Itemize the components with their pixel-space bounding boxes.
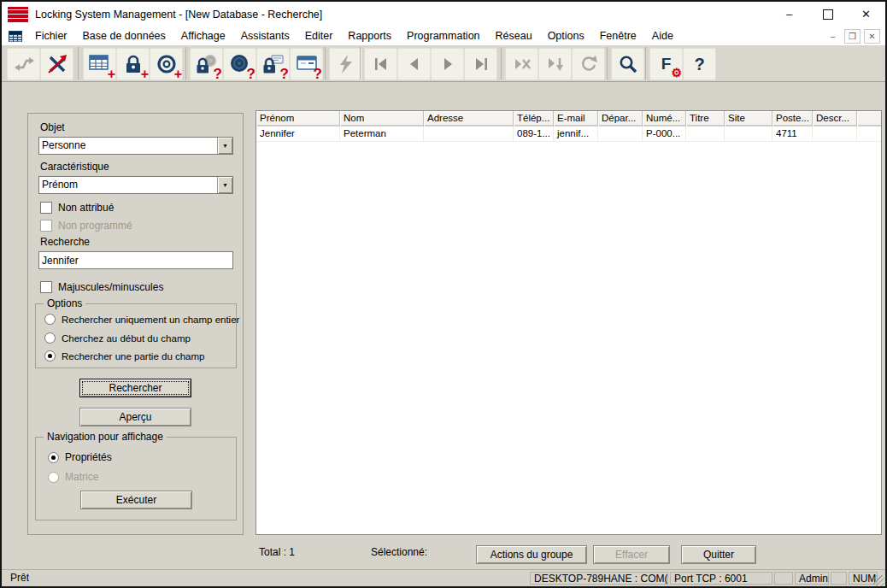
column-header-titre[interactable]: Titre: [686, 111, 725, 126]
mdi-close-button[interactable]: ✕: [864, 29, 880, 44]
menu-assistants[interactable]: Assistants: [233, 26, 297, 45]
case-sensitive-checkbox[interactable]: [40, 281, 52, 293]
mdi-minimize-button[interactable]: –: [825, 29, 841, 44]
rechercher-button[interactable]: Rechercher: [79, 379, 191, 397]
column-header-poste[interactable]: Poste...: [772, 111, 813, 126]
cell-departement[interactable]: [598, 126, 643, 141]
menu-programmation[interactable]: Programmation: [399, 26, 487, 45]
chevron-down-icon[interactable]: ▼: [217, 138, 232, 154]
radio-full-field[interactable]: [44, 314, 56, 325]
menu-base-de-donnees[interactable]: Base de données: [75, 26, 173, 45]
object-dropdown[interactable]: Personne ▼: [38, 137, 233, 155]
next-mismatch-button[interactable]: [505, 48, 538, 80]
read-transponder-button[interactable]: ?: [223, 48, 256, 80]
read-lock-card-button[interactable]: ?: [256, 48, 290, 80]
previous-record-button[interactable]: [397, 48, 431, 80]
status-user: Admin: [795, 572, 829, 585]
gear-icon: ⚙: [671, 66, 682, 79]
minimize-button[interactable]: –: [770, 2, 808, 26]
cell-titre[interactable]: [686, 126, 725, 141]
radio-start-field-row[interactable]: Cherchez au début du champ: [44, 332, 191, 344]
sync-button[interactable]: [7, 48, 40, 80]
radio-part-field[interactable]: [44, 350, 56, 362]
first-record-button[interactable]: [364, 48, 397, 80]
radio-start-field[interactable]: [44, 332, 56, 344]
cell-email[interactable]: jennif...: [554, 126, 598, 141]
column-header-adresse[interactable]: Adresse: [424, 111, 514, 126]
menu-rapports[interactable]: Rapports: [340, 26, 399, 45]
cell-poste[interactable]: 4711: [772, 126, 813, 141]
radio-full-field-row[interactable]: Rechercher uniquement un champ entier: [44, 314, 239, 325]
menu-options[interactable]: Options: [540, 26, 592, 45]
quit-button[interactable]: Quitter: [681, 545, 756, 564]
radio-properties-row[interactable]: Propriétés: [48, 451, 112, 463]
question-icon: ?: [214, 68, 222, 81]
column-header-numero[interactable]: Numé...: [643, 111, 686, 126]
chevron-down-icon[interactable]: ▼: [217, 177, 232, 193]
menu-aide[interactable]: Aide: [644, 26, 681, 45]
last-record-button[interactable]: [464, 48, 497, 80]
cell-nom[interactable]: Peterman: [340, 126, 424, 141]
filter-settings-button[interactable]: F ⚙: [649, 48, 683, 80]
radio-properties[interactable]: [48, 452, 59, 463]
search-input[interactable]: [38, 251, 233, 269]
cell-adresse[interactable]: [424, 126, 514, 141]
new-transponder-button[interactable]: +: [150, 48, 183, 80]
executer-button[interactable]: Exécuter: [80, 491, 192, 509]
column-header-description[interactable]: Descr...: [813, 111, 857, 126]
cell-site[interactable]: [725, 126, 772, 141]
search-icon: [618, 54, 638, 74]
radio-matrix-row: Matrice: [48, 471, 98, 483]
column-header-site[interactable]: Site: [725, 111, 772, 126]
column-header-departement[interactable]: Dépar...: [598, 111, 643, 126]
cell-telephone[interactable]: 089-1...: [514, 126, 554, 141]
radio-matrix-label: Matrice: [65, 471, 98, 483]
mdi-restore-button[interactable]: ❐: [844, 29, 861, 44]
program-button[interactable]: [329, 48, 362, 80]
new-lock-button[interactable]: +: [116, 48, 150, 80]
menu-affichage[interactable]: Affichage: [173, 26, 233, 45]
menu-reseau[interactable]: Réseau: [488, 26, 540, 45]
cell-description[interactable]: [813, 126, 857, 141]
search-label: Recherche: [40, 236, 90, 248]
status-bar: Prêt DESKTOP-789HANE : COM(*) Port TCP :…: [2, 569, 885, 587]
help-button[interactable]: ?: [683, 48, 716, 80]
group-actions-button[interactable]: Actions du groupe: [476, 545, 587, 564]
table-row[interactable]: Jennifer Peterman 089-1... jennif... P-0…: [256, 126, 881, 142]
title-bar: Locking System Management - [New Databas…: [2, 2, 885, 26]
characteristic-dropdown-value: Prénom: [39, 177, 217, 193]
not-assigned-checkbox[interactable]: [40, 202, 52, 214]
clear-button[interactable]: Effacer: [593, 545, 670, 564]
new-locking-system-button[interactable]: +: [83, 48, 116, 80]
total-label: Total : 1: [259, 546, 295, 558]
column-header-prenom[interactable]: Prénom: [256, 111, 340, 126]
apercu-button[interactable]: Aperçu: [79, 408, 191, 426]
characteristic-dropdown[interactable]: Prénom ▼: [38, 176, 233, 194]
cell-numero[interactable]: P-000...: [643, 126, 686, 141]
sync-icon: [13, 56, 35, 73]
column-header-nom[interactable]: Nom: [340, 111, 424, 126]
close-button[interactable]: ✕: [847, 2, 885, 26]
question-icon: ?: [247, 68, 256, 81]
search-button-toolbar[interactable]: [611, 48, 644, 80]
menu-editer[interactable]: Editer: [297, 26, 341, 45]
object-label: Objet: [40, 121, 65, 133]
not-assigned-checkbox-row[interactable]: Non attribué: [40, 202, 114, 214]
column-header-email[interactable]: E-mail: [554, 111, 598, 126]
menu-fichier[interactable]: Fichier: [27, 26, 75, 45]
disconnect-button[interactable]: [40, 48, 73, 80]
read-network-button[interactable]: ?: [290, 48, 323, 80]
resize-grip[interactable]: [873, 575, 884, 586]
menu-fenetre[interactable]: Fenêtre: [592, 26, 644, 45]
next-record-button[interactable]: [431, 48, 464, 80]
maximize-button[interactable]: [808, 2, 847, 26]
arrow-x-icon: [513, 57, 532, 71]
column-header-telephone[interactable]: Télép...: [514, 111, 554, 126]
cell-prenom[interactable]: Jennifer: [256, 126, 340, 141]
read-lock-button[interactable]: ?: [190, 48, 223, 80]
disconnect-icon: [46, 54, 68, 74]
case-sensitive-checkbox-row[interactable]: Majuscules/minuscules: [40, 281, 163, 293]
refresh-button[interactable]: [572, 48, 605, 80]
radio-part-field-row[interactable]: Rechercher une partie du champ: [44, 350, 205, 362]
next-down-button[interactable]: [538, 48, 572, 80]
